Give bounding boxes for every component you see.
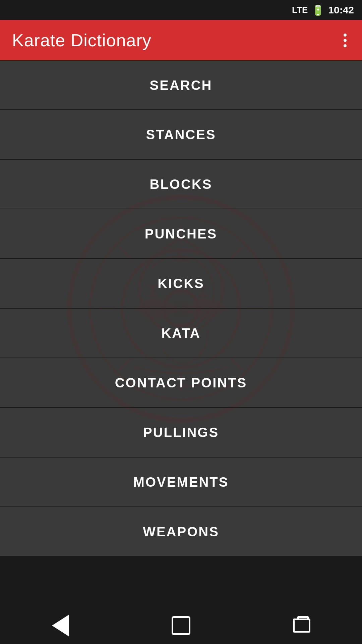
- menu-item-punches[interactable]: PUNCHES: [0, 209, 362, 259]
- menu-item-contact-points[interactable]: CONTACT POINTS: [0, 358, 362, 408]
- app-header: Karate Dictionary: [0, 20, 362, 60]
- more-options-button[interactable]: [340, 30, 350, 51]
- menu-item-kata[interactable]: KATA: [0, 309, 362, 358]
- dot-icon: [344, 34, 347, 37]
- back-button[interactable]: [44, 609, 77, 642]
- back-icon: [52, 615, 69, 636]
- status-bar-right: LTE 🔋 10:42: [292, 4, 354, 16]
- signal-icon: LTE: [292, 5, 308, 15]
- menu-item-kicks[interactable]: KICKS: [0, 259, 362, 309]
- menu-item-search[interactable]: SEARCH: [0, 60, 362, 110]
- recents-icon: [293, 619, 310, 633]
- menu-item-stances[interactable]: STANCES: [0, 110, 362, 160]
- menu-item-movements[interactable]: MOVEMENTS: [0, 458, 362, 507]
- status-bar: LTE 🔋 10:42: [0, 0, 362, 20]
- home-icon: [172, 616, 190, 635]
- content-area: SEARCHSTANCESBLOCKSPUNCHESKICKSKATACONTA…: [0, 60, 362, 557]
- menu-item-blocks[interactable]: BLOCKS: [0, 160, 362, 209]
- dot-icon: [344, 39, 347, 42]
- menu-item-pullings[interactable]: PULLINGS: [0, 408, 362, 458]
- recents-button[interactable]: [285, 609, 318, 642]
- menu-item-weapons[interactable]: WEAPONS: [0, 507, 362, 557]
- menu-list: SEARCHSTANCESBLOCKSPUNCHESKICKSKATACONTA…: [0, 60, 362, 557]
- battery-icon: 🔋: [312, 4, 324, 16]
- app-title: Karate Dictionary: [12, 30, 152, 50]
- navigation-bar: [0, 607, 362, 644]
- home-button[interactable]: [164, 609, 198, 642]
- time-display: 10:42: [328, 4, 354, 16]
- dot-icon: [344, 44, 347, 47]
